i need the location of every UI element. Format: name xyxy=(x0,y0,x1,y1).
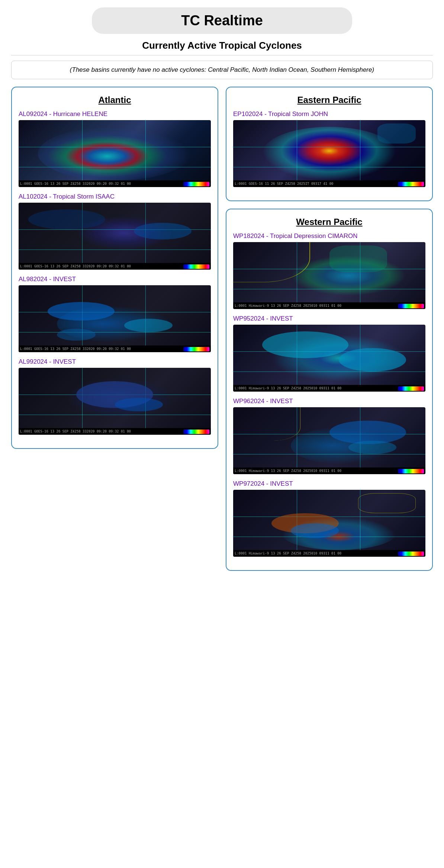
al992024-link[interactable]: AL992024 - INVEST xyxy=(19,358,211,366)
wp972024-link[interactable]: WP972024 - INVEST xyxy=(233,480,425,488)
al992024-image: L:0001 GOES-16 13 26 SEP Z4258 332020 09… xyxy=(19,368,211,435)
al102024-image: L:0001 GOES-16 13 26 SEP Z4258 332020 09… xyxy=(19,203,211,270)
page-title-box: TC Realtime xyxy=(92,7,352,34)
ep102024-link[interactable]: EP102024 - Tropical Storm JOHN xyxy=(233,110,425,118)
wp952024-image: L:0001 Himawari-9 13 26 SEP Z4258 202501… xyxy=(233,325,425,392)
wp972024-image: L:0001 Himawari-9 13 26 SEP Z4258 202501… xyxy=(233,490,425,557)
wp962024-image: L:0001 Himawari-9 13 26 SEP Z4258 202501… xyxy=(233,407,425,474)
atlantic-title: Atlantic xyxy=(19,95,211,105)
page-title: TC Realtime xyxy=(181,13,263,28)
western-pacific-panel: Western Pacific WP182024 - Tropical Depr… xyxy=(226,209,433,571)
inactive-notice: (These basins currently have no active c… xyxy=(11,61,433,79)
eastern-pacific-panel: Eastern Pacific EP102024 - Tropical Stor… xyxy=(226,87,433,201)
al982024-link[interactable]: AL982024 - INVEST xyxy=(19,276,211,283)
atlantic-panel: Atlantic AL092024 - Hurricane HELENE L:0… xyxy=(11,87,218,449)
wp962024-link[interactable]: WP962024 - INVEST xyxy=(233,398,425,405)
right-panel: Eastern Pacific EP102024 - Tropical Stor… xyxy=(226,87,433,571)
al982024-image: L:0001 GOES-16 13 26 SEP Z4258 332020 09… xyxy=(19,285,211,352)
divider xyxy=(11,55,433,55)
wp182024-image: L:0001 Himawari-9 13 26 SEP Z4258 202501… xyxy=(233,242,425,309)
basins-grid: Atlantic AL092024 - Hurricane HELENE L:0… xyxy=(11,87,433,571)
al092024-image: L:0001 GOES-16 13 26 SEP Z4258 332020 09… xyxy=(19,120,211,187)
eastern-pacific-title: Eastern Pacific xyxy=(233,95,425,105)
al102024-link[interactable]: AL102024 - Tropical Storm ISAAC xyxy=(19,193,211,200)
western-pacific-title: Western Pacific xyxy=(233,217,425,227)
wp952024-link[interactable]: WP952024 - INVEST xyxy=(233,315,425,322)
ep102024-image: L:0001 GOES-16 11 26 SEP Z4258 2025IT 09… xyxy=(233,120,425,187)
subtitle: Currently Active Tropical Cyclones xyxy=(11,40,433,51)
al092024-link[interactable]: AL092024 - Hurricane HELENE xyxy=(19,110,211,118)
wp182024-link[interactable]: WP182024 - Tropical Depression CIMARON xyxy=(233,232,425,240)
